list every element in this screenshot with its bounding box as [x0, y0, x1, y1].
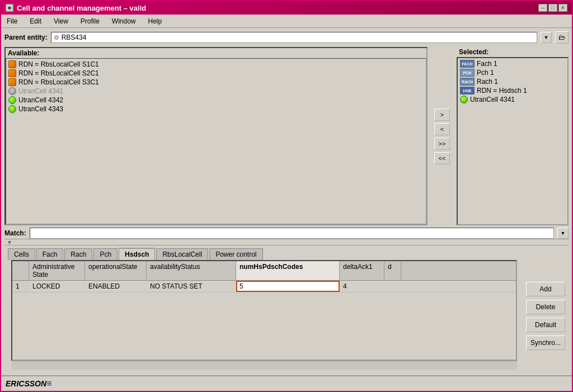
horizontal-scrollbar[interactable]: [11, 361, 517, 370]
move-right-button[interactable]: >: [434, 108, 450, 121]
minimize-button[interactable]: ─: [538, 4, 547, 12]
resize-arrows-icon: ▼: [7, 239, 12, 245]
match-label: Match:: [4, 229, 26, 237]
rdn-icon: [8, 69, 16, 77]
table-body: 1 LOCKED ENABLED NO STATUS SET 4: [12, 281, 516, 360]
delete-button[interactable]: Delete: [526, 300, 565, 314]
cell-operational[interactable]: ENABLED: [85, 281, 147, 292]
list-item-text: UtranCell 4343: [18, 105, 63, 113]
parent-entity-field: ⚙ RBS434: [51, 32, 537, 43]
tabs-row: Cells Fach Rach Pch Hsdsch RbsLocalCell …: [4, 245, 569, 260]
selected-item[interactable]: RACH Rach 1: [459, 77, 566, 86]
list-item-text: RDN = RbsLocalCell S3C1: [18, 78, 99, 86]
list-item[interactable]: UtranCell 4343: [7, 105, 425, 114]
cell-admin[interactable]: LOCKED: [29, 281, 85, 292]
main-content: Parent entity: ⚙ RBS434 ▼ 🗁 Available: R: [1, 28, 572, 375]
cell-availability[interactable]: NO STATUS SET: [147, 281, 236, 292]
ericsson-wave-icon: ≡: [46, 379, 51, 389]
left-panel: Parent entity: ⚙ RBS434 ▼ 🗁 Available: R: [1, 28, 572, 375]
selected-item-text: RDN = Hsdsch 1: [477, 87, 527, 95]
bottom-panel: Cells Fach Rach Pch Hsdsch RbsLocalCell …: [4, 245, 569, 372]
selected-item-text: Rach 1: [477, 78, 498, 86]
green-circle-icon: [8, 96, 16, 104]
move-all-left-button[interactable]: <<: [434, 152, 450, 164]
list-item[interactable]: RDN = RbsLocalCell S2C1: [7, 69, 425, 78]
list-item-text: RDN = RbsLocalCell S2C1: [18, 69, 99, 77]
entity-folder-button[interactable]: 🗁: [555, 31, 569, 44]
synchro-button[interactable]: Synchro...: [526, 336, 565, 350]
menu-file[interactable]: File: [3, 16, 21, 26]
rdn-icon: [8, 78, 16, 86]
list-item-disabled[interactable]: UtranCell 4341: [7, 87, 425, 96]
data-table: AdministrativeState operationalState ava…: [11, 260, 517, 361]
selected-item-text: UtranCell 4341: [470, 96, 515, 103]
bottom-row: AdministrativeState operationalState ava…: [4, 260, 569, 372]
cell-numhs[interactable]: [236, 281, 340, 292]
cell-deltaack[interactable]: 4: [340, 281, 384, 292]
numhs-input[interactable]: [239, 282, 336, 290]
menu-profile[interactable]: Profile: [77, 16, 103, 26]
tab-hsdsch[interactable]: Hsdsch: [119, 248, 155, 260]
list-item[interactable]: UtranCell 4342: [7, 96, 425, 105]
col-header-numhs: numHsPdschCodes: [236, 261, 340, 280]
status-bar: ERICSSON ≡: [1, 375, 572, 391]
cell-d[interactable]: [384, 281, 401, 292]
gray-circle-icon: [8, 87, 16, 95]
green-circle-icon: [8, 105, 16, 113]
entity-dropdown-button[interactable]: ▼: [541, 32, 552, 43]
ericsson-logo: ERICSSON: [6, 379, 46, 388]
rdn-icon: [8, 60, 16, 68]
title-bar: ■ Cell and channel management – valid ─ …: [1, 1, 572, 15]
list-item[interactable]: RDN = RbsLocalCell S1C1: [7, 60, 425, 69]
panels-row: Available: RDN = RbsLocalCell S1C1 RDN =…: [4, 47, 569, 225]
title-bar-left: ■ Cell and channel management – valid: [6, 4, 146, 12]
col-header-deltaack: deltaAck1: [340, 261, 384, 280]
col-header-availability: availabilityStatus: [147, 261, 236, 280]
resize-handle[interactable]: ▼: [4, 239, 569, 245]
match-row: Match: ▼: [4, 228, 569, 239]
main-window: ■ Cell and channel management – valid ─ …: [0, 0, 573, 392]
close-button[interactable]: ✕: [558, 4, 567, 12]
match-dropdown-button[interactable]: ▼: [557, 228, 569, 239]
menu-edit[interactable]: Edit: [26, 16, 45, 26]
move-left-button[interactable]: <: [434, 123, 450, 135]
menu-help[interactable]: Help: [145, 16, 166, 26]
selected-item-text: Pch 1: [477, 69, 494, 77]
menu-window[interactable]: Window: [109, 16, 139, 26]
match-input[interactable]: [30, 228, 554, 239]
maximize-button[interactable]: □: [548, 4, 557, 12]
green-circle-icon: [460, 96, 468, 103]
rach-icon: RACH: [460, 78, 475, 86]
window-icon[interactable]: ■: [6, 4, 13, 12]
table-header: AdministrativeState operationalState ava…: [12, 261, 516, 281]
available-panel: Available: RDN = RbsLocalCell S1C1 RDN =…: [4, 47, 428, 225]
table-row: 1 LOCKED ENABLED NO STATUS SET 4: [12, 281, 516, 292]
selected-item[interactable]: HSB RDN = Hsdsch 1: [459, 86, 566, 95]
cell-rownum: 1: [12, 281, 29, 292]
title-controls: ─ □ ✕: [538, 4, 567, 12]
col-header-rownum: [12, 261, 29, 280]
tab-rbslocalcell[interactable]: RbsLocalCell: [156, 248, 208, 260]
pch-icon: PCH: [460, 69, 475, 77]
tab-rach[interactable]: Rach: [64, 248, 92, 260]
list-item[interactable]: RDN = RbsLocalCell S3C1: [7, 78, 425, 87]
tab-fach[interactable]: Fach: [36, 248, 64, 260]
table-area: AdministrativeState operationalState ava…: [4, 260, 520, 372]
parent-entity-label: Parent entity:: [4, 34, 48, 41]
hsb-icon: HSB: [460, 87, 475, 95]
move-all-right-button[interactable]: >>: [434, 138, 450, 150]
menu-view[interactable]: View: [50, 16, 72, 26]
selected-list[interactable]: FACH Fach 1 PCH Pch 1 RACH Rach 1 HSB: [457, 57, 569, 225]
available-list[interactable]: RDN = RbsLocalCell S1C1 RDN = RbsLocalCe…: [6, 58, 426, 224]
tab-power-control[interactable]: Power control: [209, 248, 262, 260]
selected-item[interactable]: FACH Fach 1: [459, 59, 566, 68]
default-button[interactable]: Default: [526, 318, 565, 332]
selected-item[interactable]: PCH Pch 1: [459, 68, 566, 77]
list-item-text: RDN = RbsLocalCell S1C1: [18, 60, 99, 68]
tab-pch[interactable]: Pch: [93, 248, 118, 260]
selected-item[interactable]: UtranCell 4341: [459, 95, 566, 104]
add-button[interactable]: Add: [526, 282, 565, 296]
parent-entity-row: Parent entity: ⚙ RBS434 ▼ 🗁: [4, 31, 569, 44]
tab-cells[interactable]: Cells: [8, 248, 35, 260]
entity-icon: ⚙: [54, 34, 59, 41]
